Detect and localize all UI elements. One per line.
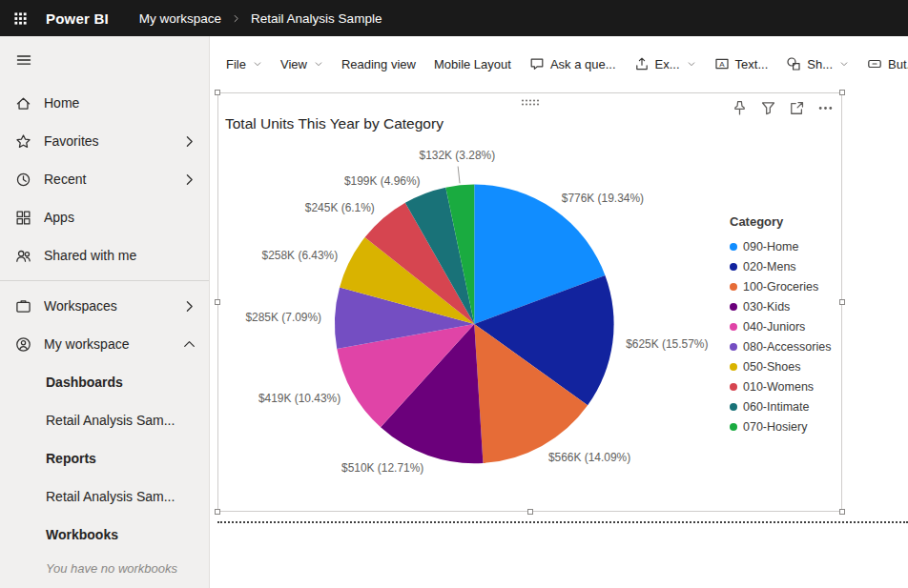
toolbar-mobile-layout[interactable]: Mobile Layout — [434, 57, 511, 71]
legend-item-050-shoes[interactable]: 050-Shoes — [730, 356, 842, 376]
chevron-down-icon — [839, 59, 849, 69]
breadcrumb-page[interactable]: Retail Analysis Sample — [251, 11, 382, 26]
legend-bullet — [730, 243, 737, 251]
sidebar-tree-item-workbooks[interactable]: Workbooks — [0, 516, 209, 554]
sidebar-tree-item-retail-analysis-sam[interactable]: Retail Analysis Sam... — [0, 477, 209, 516]
report-toolbar: FileViewReading viewMobile LayoutAsk a q… — [226, 51, 908, 77]
sidebar-divider — [0, 280, 209, 281]
hamburger-icon — [15, 51, 32, 69]
apps-icon — [15, 210, 31, 226]
sidebar-tree-item-reports[interactable]: Reports — [0, 439, 209, 477]
pie-chart-visual[interactable]: Total Units This Year by Category $776K … — [217, 92, 842, 512]
toolbar-reading-view[interactable]: Reading view — [341, 57, 416, 71]
sidebar-nav: HomeFavoritesRecentAppsShared with me — [0, 84, 209, 274]
toolbar-item-label: Ask a que... — [550, 57, 616, 71]
chevron-down-icon — [314, 59, 323, 69]
legend-item-040-juniors[interactable]: 040-Juniors — [730, 316, 842, 336]
resize-handle-ne[interactable] — [839, 90, 845, 95]
resize-handle-w[interactable] — [215, 299, 220, 305]
resize-handle-nw[interactable] — [215, 90, 220, 95]
app-launcher-button[interactable] — [0, 0, 40, 36]
top-header: Power BI My workspace Retail Analysis Sa… — [0, 0, 908, 36]
legend-bullet — [730, 343, 737, 351]
resize-handle-s[interactable] — [527, 509, 533, 515]
sidebar-item-label: Apps — [44, 210, 197, 225]
legend-label: 020-Mens — [743, 260, 796, 274]
toolbar-item-label: Sh... — [807, 57, 833, 71]
toolbar-text[interactable]: AText... — [714, 56, 769, 71]
sidebar: HomeFavoritesRecentAppsShared with me Wo… — [0, 36, 210, 588]
breadcrumb-workspace[interactable]: My workspace — [139, 11, 221, 26]
data-label: $132K (3.28%) — [420, 149, 496, 162]
label-leader-line — [458, 167, 460, 184]
toolbar-ask-a-que[interactable]: Ask a que... — [529, 56, 616, 71]
star-icon — [15, 133, 31, 150]
sidebar-item-apps[interactable]: Apps — [0, 198, 209, 236]
legend-item-030-kids[interactable]: 030-Kids — [730, 296, 842, 316]
toolbar-ex[interactable]: Ex... — [634, 56, 696, 71]
legend-item-080-accessories[interactable]: 080-Accessories — [730, 336, 842, 356]
legend-label: 100-Groceries — [743, 280, 818, 294]
sidebar-item-label: My workspace — [44, 336, 181, 352]
toolbar-but[interactable]: But... — [867, 56, 908, 71]
breadcrumb: My workspace Retail Analysis Sample — [139, 11, 382, 26]
toolbar-item-label: View — [280, 57, 307, 71]
legend-title: Category — [730, 214, 842, 229]
legend-bullet — [730, 363, 737, 371]
sidebar-toggle-button[interactable] — [14, 51, 33, 71]
chat-icon — [529, 56, 545, 71]
resize-handle-sw[interactable] — [215, 509, 220, 515]
data-label: $776K (19.34%) — [562, 192, 644, 205]
sidebar-item-home[interactable]: Home — [0, 84, 209, 122]
workspaces-icon — [15, 298, 31, 314]
page-boundary — [217, 521, 908, 523]
legend-item-060-intimate[interactable]: 060-Intimate — [730, 396, 842, 416]
sidebar-item-recent[interactable]: Recent — [0, 160, 209, 198]
toolbar-item-label: File — [226, 57, 246, 71]
toolbar-file[interactable]: File — [226, 57, 262, 71]
data-label: $258K (6.43%) — [262, 249, 339, 262]
data-label: $566K (14.09%) — [548, 451, 630, 464]
sidebar-item-my-workspace[interactable]: My workspace — [0, 325, 209, 363]
sidebar-workspace-nav: WorkspacesMy workspace — [0, 287, 209, 363]
legend-items: 090-Home020-Mens100-Groceries030-Kids040… — [730, 236, 842, 436]
legend-item-090-home[interactable]: 090-Home — [730, 236, 842, 256]
data-label: $510K (12.71%) — [341, 461, 423, 475]
sidebar-item-favorites[interactable]: Favorites — [0, 122, 209, 160]
toolbar-view[interactable]: View — [280, 57, 323, 71]
toolbar-item-label: But... — [888, 57, 908, 71]
sidebar-item-label: Shared with me — [44, 248, 197, 263]
legend-item-070-hosiery[interactable]: 070-Hosiery — [730, 416, 842, 436]
legend-bullet — [730, 403, 737, 411]
toolbar-sh[interactable]: Sh... — [786, 56, 849, 71]
data-label: $285K (7.09%) — [245, 311, 321, 324]
toolbar-item-label: Reading view — [341, 57, 416, 71]
resize-handle-se[interactable] — [839, 509, 845, 515]
powerbi-brand[interactable]: Power BI — [46, 10, 109, 27]
legend-label: 050-Shoes — [743, 360, 800, 374]
sidebar-item-label: Recent — [44, 172, 181, 187]
shapes-icon — [786, 56, 801, 71]
tree-item-label: Reports — [46, 451, 96, 466]
sidebar-tree-item-dashboards[interactable]: Dashboards — [0, 363, 209, 401]
svg-text:A: A — [719, 60, 725, 69]
toolbar-item-label: Mobile Layout — [434, 57, 511, 71]
sidebar-content-tree: DashboardsRetail Analysis Sam...ReportsR… — [0, 363, 209, 554]
legend-bullet — [730, 323, 737, 331]
legend-item-100-groceries[interactable]: 100-Groceries — [730, 276, 842, 296]
legend-label: 060-Intimate — [743, 400, 809, 414]
legend-bullet — [730, 383, 737, 391]
legend-label: 080-Accessories — [743, 340, 831, 354]
breadcrumb-chevron-icon — [231, 13, 241, 24]
person-circle-icon — [15, 336, 31, 353]
tree-item-label: Workbooks — [46, 527, 118, 542]
legend-item-010-womens[interactable]: 010-Womens — [730, 376, 842, 396]
sidebar-item-label: Favorites — [44, 133, 181, 149]
sidebar-item-workspaces[interactable]: Workspaces — [0, 287, 209, 325]
resize-handle-e[interactable] — [839, 299, 845, 305]
data-label: $625K (15.57%) — [626, 337, 708, 351]
legend-item-020-mens[interactable]: 020-Mens — [730, 256, 842, 276]
sidebar-tree-item-retail-analysis-sam[interactable]: Retail Analysis Sam... — [0, 401, 209, 439]
legend-bullet — [730, 263, 737, 271]
sidebar-item-shared-with-me[interactable]: Shared with me — [0, 236, 209, 274]
